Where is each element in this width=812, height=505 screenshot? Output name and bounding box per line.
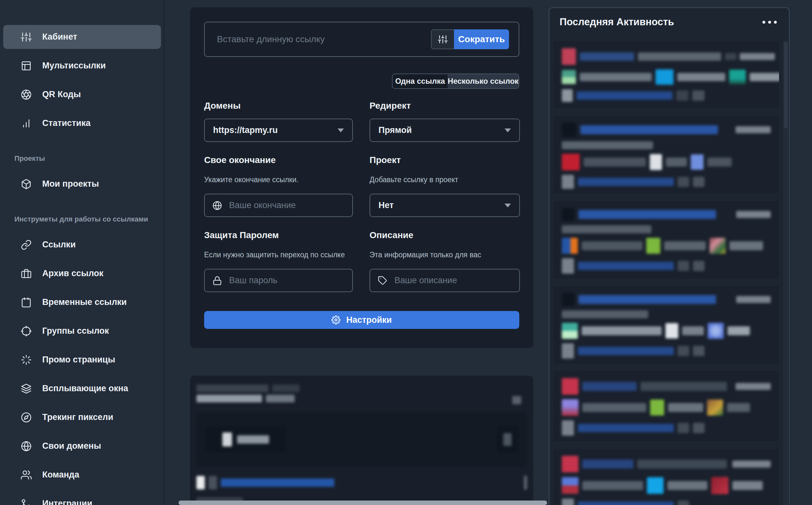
shortener-form-grid: Домены https://tapmy.ru Редирект Прямой … <box>204 100 519 292</box>
activity-list-item[interactable] <box>554 41 779 108</box>
redacted-chunk <box>656 69 674 85</box>
redirect-select[interactable]: Прямой <box>369 119 520 142</box>
tab-single-link[interactable]: Одна ссылка <box>392 74 448 88</box>
activity-list-item[interactable] <box>554 449 779 505</box>
redacted-chunk <box>578 501 674 505</box>
sidebar-item-link[interactable]: Ссылки <box>3 233 161 257</box>
sidebar-item-package[interactable]: Мои проекты <box>3 172 161 196</box>
redacted-chunk <box>749 73 779 81</box>
description-label: Описание <box>369 230 520 241</box>
alias-input[interactable] <box>228 200 345 211</box>
dot <box>763 21 765 24</box>
redacted-row <box>562 343 771 359</box>
sidebar-item-layout[interactable]: Мультиссылки <box>3 54 161 78</box>
password-label: Защита Паролем <box>204 230 353 241</box>
redirect-label: Редирект <box>369 100 520 111</box>
redacted-chunk <box>562 175 574 189</box>
redacted-chunk <box>735 383 771 390</box>
sidebar-item-compass[interactable]: Трекинг пиксели <box>3 405 161 429</box>
ellipsis-menu-icon[interactable] <box>762 19 778 26</box>
redacted-chunk <box>562 238 578 254</box>
redacted-chunk <box>578 424 674 432</box>
chevron-down-icon <box>504 129 511 132</box>
sidebar-item-git-merge[interactable]: Интеграции <box>3 492 161 505</box>
redacted-chunk <box>678 177 689 187</box>
sidebar-item-crosshair[interactable]: Группы ссылок <box>3 319 161 343</box>
tab-multiple-links[interactable]: Несколько ссылок <box>448 74 518 88</box>
domains-select[interactable]: https://tapmy.ru <box>204 119 353 142</box>
project-label: Проект <box>369 155 520 166</box>
links-table-toolbar <box>197 412 527 467</box>
links-table-card <box>190 375 533 505</box>
redacted-chunk <box>710 238 726 254</box>
sidebar-item-bar-chart[interactable]: Статистика <box>3 111 161 135</box>
redacted-chunk <box>562 456 578 472</box>
activity-item-redacted-content <box>562 123 771 189</box>
calendar-icon <box>21 297 32 308</box>
sidebar-item-briefcase[interactable]: Архив ссылок <box>3 262 161 286</box>
redacted-chunk <box>578 262 674 270</box>
activity-item-redacted-content <box>562 293 771 359</box>
redacted-chunk <box>691 154 704 170</box>
redacted-chunk <box>650 399 664 415</box>
sidebar-item-loader[interactable]: Промо страницы <box>3 348 161 372</box>
redacted-chunk <box>727 326 750 335</box>
horizontal-scrollbar[interactable] <box>179 501 547 505</box>
redacted-chunk <box>646 238 660 254</box>
redacted-meta <box>736 211 771 218</box>
redacted-row <box>562 89 771 102</box>
redacted-chunk <box>197 476 205 489</box>
password-input[interactable] <box>228 275 345 286</box>
activity-list-item[interactable] <box>554 201 779 279</box>
field-redirect: Редирект Прямой <box>369 100 520 142</box>
redacted-row <box>197 476 527 490</box>
description-input[interactable] <box>394 275 511 286</box>
sidebar-item-label: Трекинг пиксели <box>42 412 113 422</box>
redacted-chunk <box>729 70 746 85</box>
layout-icon <box>21 60 32 71</box>
sidebar-section-header: Инструметы для работы со ссылками <box>14 215 161 223</box>
redacted-chunk <box>197 384 268 392</box>
shorten-options-button[interactable] <box>431 29 454 49</box>
redacted-chunk <box>664 241 706 250</box>
activity-list-item[interactable] <box>554 371 779 441</box>
redacted-chunk <box>580 125 718 134</box>
redacted-chunk <box>562 343 574 359</box>
redacted-meta <box>524 476 527 490</box>
redacted-chunk <box>582 326 662 335</box>
sliders-icon <box>438 34 448 44</box>
shorten-button[interactable]: Сократить <box>454 29 509 49</box>
sidebar-item-layers[interactable]: Всплывающие окна <box>3 376 161 400</box>
redacted-chunk <box>666 158 687 167</box>
link-icon <box>21 239 32 250</box>
redacted-row <box>562 208 771 221</box>
redacted-chunk <box>272 384 300 392</box>
crosshair-icon <box>21 326 32 337</box>
redacted-chunk <box>693 423 704 433</box>
long-url-input[interactable] <box>216 34 431 45</box>
activity-item-redacted-content <box>562 456 771 505</box>
redacted-chunk <box>222 433 232 447</box>
redacted-row <box>562 141 771 149</box>
sidebar-item-sliders[interactable]: Кабинет <box>3 25 161 49</box>
field-domains: Домены https://tapmy.ru <box>204 100 353 142</box>
activity-scrollbar-thumb[interactable] <box>784 42 788 128</box>
redacted-chunk <box>562 293 575 306</box>
settings-button[interactable]: Настройки <box>204 311 519 329</box>
package-icon <box>21 179 32 189</box>
redacted-row <box>197 395 527 402</box>
activity-panel: Последняя Активность <box>549 7 790 505</box>
activity-scrollbar[interactable] <box>783 41 788 505</box>
redacted-chunk <box>582 241 643 250</box>
activity-list-item[interactable] <box>554 116 779 193</box>
sidebar: КабинетМультиссылкиQR КодыСтатистикаПрое… <box>0 0 164 505</box>
activity-list-item[interactable] <box>554 286 779 363</box>
redacted-row <box>562 258 771 274</box>
sidebar-item-calendar[interactable]: Временные ссылки <box>3 290 161 314</box>
sidebar-item-aperture[interactable]: QR Коды <box>3 82 161 107</box>
redacted-chunk <box>736 296 771 303</box>
sidebar-item-users[interactable]: Команда <box>3 463 161 487</box>
sidebar-item-globe[interactable]: Свои домены <box>3 434 161 458</box>
redacted-chunk <box>562 399 578 416</box>
project-select[interactable]: Нет <box>369 194 520 217</box>
